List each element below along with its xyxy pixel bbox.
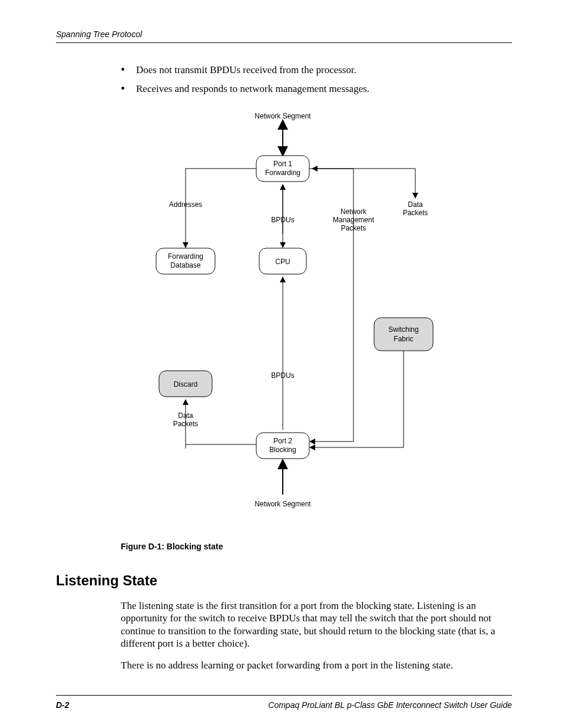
label-cpu: CPU bbox=[275, 258, 290, 266]
label-nmp-l3: Packets bbox=[341, 224, 366, 232]
page-number: D-2 bbox=[56, 700, 70, 710]
label-top-segment: Network Segment bbox=[254, 112, 311, 120]
figure-caption: Figure D-1: Blocking state bbox=[121, 542, 512, 551]
doc-title: Compaq ProLiant BL p-Class GbE Interconn… bbox=[268, 700, 512, 710]
bullet-item: Receives and responds to network managem… bbox=[121, 83, 512, 95]
label-discard: Discard bbox=[174, 380, 198, 388]
page-footer: D-2 Compaq ProLiant BL p-Class GbE Inter… bbox=[56, 695, 512, 710]
label-nmp-l1: Network bbox=[340, 207, 367, 216]
bullet-list: Does not transmit BPDUs received from th… bbox=[121, 64, 512, 95]
section-heading: Listening State bbox=[56, 572, 512, 589]
label-nmp-l2: Management bbox=[333, 216, 375, 224]
label-addresses: Addresses bbox=[169, 200, 203, 209]
label-port2-l2: Blocking bbox=[269, 446, 296, 454]
page-header: Spanning Tree Protocol bbox=[56, 29, 512, 43]
label-dpl-l1: Data bbox=[178, 411, 193, 420]
label-port1-l1: Port 1 bbox=[273, 160, 292, 168]
paragraph: There is no address learning or packet f… bbox=[121, 659, 512, 671]
label-port2-l1: Port 2 bbox=[273, 437, 292, 445]
bullet-item: Does not transmit BPDUs received from th… bbox=[121, 64, 512, 76]
label-bpdus-bottom: BPDUs bbox=[271, 371, 294, 380]
label-port1-l2: Forwarding bbox=[265, 169, 300, 177]
label-bpdus-top: BPDUs bbox=[271, 216, 294, 224]
diagram-svg: Network Segment Port 1 Forwarding Addres… bbox=[121, 111, 451, 536]
label-dpr-l1: Data bbox=[408, 200, 423, 209]
box-switching bbox=[374, 318, 433, 351]
paragraph: The listening state is the first transit… bbox=[121, 599, 512, 650]
label-dpr-l2: Packets bbox=[403, 209, 428, 217]
label-fwddb-l1: Forwarding bbox=[168, 252, 203, 261]
label-switching-l2: Fabric bbox=[394, 335, 413, 343]
label-fwddb-l2: Database bbox=[170, 261, 201, 269]
label-switching-l1: Switching bbox=[388, 325, 418, 334]
figure: Network Segment Port 1 Forwarding Addres… bbox=[121, 111, 512, 536]
label-bottom-segment: Network Segment bbox=[254, 500, 311, 508]
label-dpl-l2: Packets bbox=[173, 420, 199, 428]
